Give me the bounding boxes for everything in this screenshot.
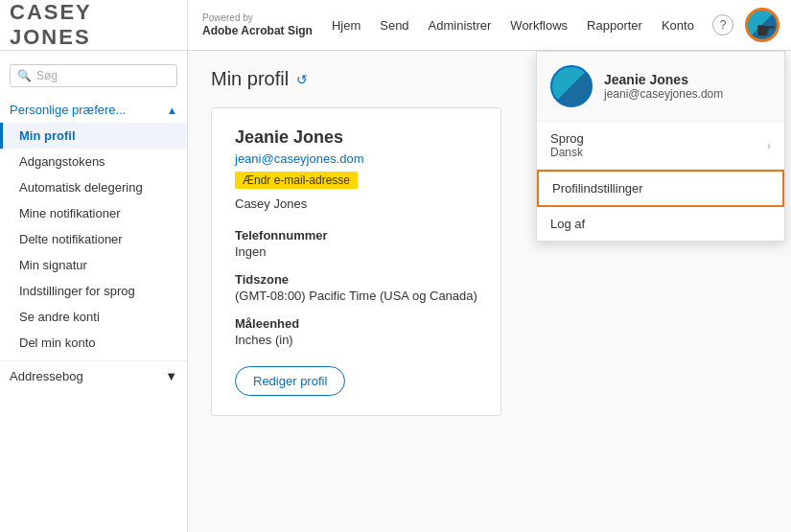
dropdown-language-item[interactable]: Sprog Dansk › xyxy=(537,122,784,170)
language-item-value: Dansk xyxy=(550,146,584,159)
casey-jones-logo: CASEY JONES xyxy=(10,0,177,50)
sidebar-section-addressebog[interactable]: Addressebog ▼ xyxy=(0,360,187,391)
timezone-value: (GMT-08:00) Pacific Time (USA og Canada) xyxy=(235,289,477,303)
logout-label: Log af xyxy=(550,217,585,231)
chevron-up-icon: ▲ xyxy=(167,104,177,116)
profile-card: Jeanie Jones jeani@caseyjones.dom Ændr e… xyxy=(211,107,501,416)
profile-company: Casey Jones xyxy=(235,197,477,211)
nav: Hjem Send Administrer Workflows Rapporte… xyxy=(322,14,712,36)
dropdown-user-name: Jeanie Jones xyxy=(604,72,723,87)
sidebar-item-adgangstokens[interactable]: Adgangstokens xyxy=(0,149,187,174)
dropdown-user-email: jeani@caseyjones.dom xyxy=(604,87,723,101)
header: CASEY JONES Powered by Adobe Acrobat Sig… xyxy=(0,0,791,51)
sidebar-item-min-profil[interactable]: Min profil xyxy=(0,123,187,149)
phone-value: Ingen xyxy=(235,244,477,259)
profile-email: jeani@caseyjones.dom xyxy=(235,151,477,166)
nav-rapporter[interactable]: Rapporter xyxy=(587,14,642,36)
powered-by-area: Powered by Adobe Acrobat Sign xyxy=(188,12,322,39)
unit-field: Måleenhed Inches (in) xyxy=(235,316,477,347)
addressebog-label: Addressebog xyxy=(10,369,83,383)
language-item-title: Sprog xyxy=(550,131,584,146)
nav-konto[interactable]: Konto xyxy=(662,14,694,36)
refresh-icon[interactable]: ↺ xyxy=(296,72,308,87)
profile-name: Jeanie Jones xyxy=(235,127,477,148)
sidebar-item-delte-notifikationer[interactable]: Delte notifikationer xyxy=(0,226,187,252)
language-chevron-icon: › xyxy=(767,139,771,152)
sidebar-item-del-min-konto[interactable]: Del min konto xyxy=(0,330,187,356)
sidebar-section-personal[interactable]: Personlige præfere... ▲ xyxy=(0,97,187,123)
search-box[interactable]: 🔍 Søg xyxy=(10,64,177,87)
dropdown-user-info: Jeanie Jones jeani@caseyjones.dom xyxy=(604,72,723,101)
sidebar-section-label: Personlige præfere... xyxy=(10,103,126,117)
sidebar-item-se-andre-konti[interactable]: Se andre konti xyxy=(0,304,187,330)
timezone-field: Tidszone (GMT-08:00) Pacific Time (USA o… xyxy=(235,272,477,303)
sidebar-item-indstillinger-for-sprog[interactable]: Indstillinger for sprog xyxy=(0,278,187,304)
adobe-brand: Adobe Acrobat Sign xyxy=(202,24,313,39)
nav-workflows[interactable]: Workflows xyxy=(510,14,568,36)
sidebar-item-mine-notifikationer[interactable]: Mine notifikationer xyxy=(0,200,187,226)
dropdown-header: Jeanie Jones jeani@caseyjones.dom xyxy=(537,52,784,122)
unit-label: Måleenhed xyxy=(235,316,477,331)
unit-value: Inches (in) xyxy=(235,333,477,347)
powered-by-label: Powered by xyxy=(202,12,313,24)
dropdown-logout-item[interactable]: Log af xyxy=(537,207,784,241)
edit-profile-button[interactable]: Rediger profil xyxy=(235,366,345,396)
logo-area: CASEY JONES xyxy=(0,0,188,50)
user-dropdown: Jeanie Jones jeani@caseyjones.dom Sprog … xyxy=(536,51,785,242)
phone-field: Telefonnummer Ingen xyxy=(235,228,477,259)
sidebar-item-min-signatur[interactable]: Min signatur xyxy=(0,252,187,278)
sidebar-item-automatisk-delegering[interactable]: Automatisk delegering xyxy=(0,174,187,200)
phone-label: Telefonnummer xyxy=(235,228,477,243)
header-right: ? xyxy=(712,8,791,42)
dropdown-avatar xyxy=(550,65,593,107)
user-avatar-button[interactable] xyxy=(745,8,779,42)
search-placeholder: Søg xyxy=(36,69,58,82)
nav-send[interactable]: Send xyxy=(380,14,408,36)
change-email-button[interactable]: Ændr e-mail-adresse xyxy=(235,172,358,189)
nav-hjem[interactable]: Hjem xyxy=(332,14,361,36)
search-icon: 🔍 xyxy=(17,69,32,82)
nav-administrer[interactable]: Administrer xyxy=(429,14,492,36)
dropdown-profile-settings-item[interactable]: Profilindstillinger xyxy=(537,170,784,207)
timezone-label: Tidszone xyxy=(235,272,477,287)
chevron-down-icon: ▼ xyxy=(165,369,177,383)
dropdown-language-label: Sprog Dansk xyxy=(550,131,584,159)
help-icon[interactable]: ? xyxy=(712,14,733,35)
profile-settings-label: Profilindstillinger xyxy=(552,181,643,196)
page-title: Min profil xyxy=(211,68,289,90)
sidebar: 🔍 Søg Personlige præfere... ▲ Min profil… xyxy=(0,51,188,532)
